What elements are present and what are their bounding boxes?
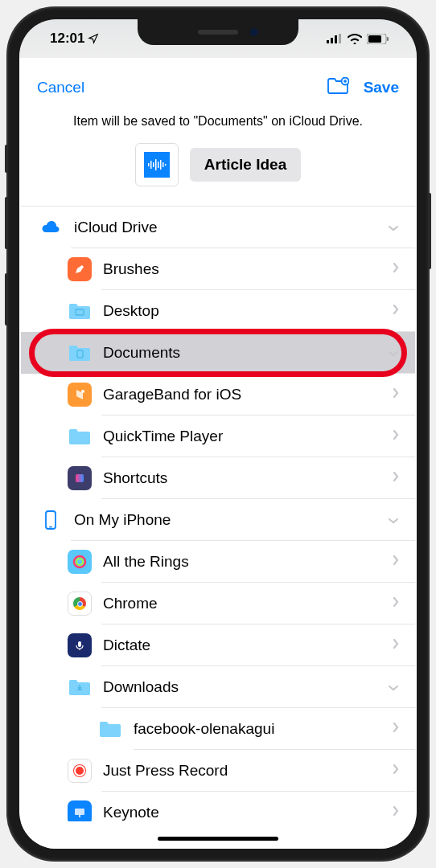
folder-label: Downloads bbox=[103, 678, 388, 696]
new-folder-button[interactable] bbox=[327, 77, 349, 98]
svg-rect-12 bbox=[158, 162, 159, 168]
svg-rect-9 bbox=[150, 161, 152, 169]
svg-rect-10 bbox=[153, 162, 154, 167]
folder-row-dictate[interactable]: Dictate bbox=[21, 624, 415, 666]
chevron-right-icon bbox=[393, 722, 399, 736]
chevron-down-icon bbox=[388, 680, 399, 694]
location-row-icloud-drive[interactable]: iCloud Drive bbox=[21, 207, 415, 248]
cancel-button[interactable]: Cancel bbox=[37, 79, 84, 96]
folder-icon bbox=[68, 800, 92, 821]
chevron-right-icon bbox=[393, 471, 399, 485]
svg-rect-25 bbox=[75, 809, 84, 815]
save-modal: Cancel Save Item will be saved to "Docum… bbox=[21, 64, 415, 849]
svg-rect-13 bbox=[160, 160, 162, 170]
cloud-icon bbox=[39, 215, 63, 240]
chevron-right-icon bbox=[393, 429, 399, 444]
chevron-right-icon bbox=[393, 262, 399, 276]
folder-label: Chrome bbox=[103, 595, 393, 612]
svg-rect-24 bbox=[78, 641, 81, 647]
folder-row-keynote[interactable]: Keynote bbox=[21, 792, 415, 821]
folder-label: QuickTime Player bbox=[103, 428, 393, 445]
folder-icon bbox=[68, 341, 92, 365]
chevron-right-icon bbox=[393, 764, 399, 778]
chevron-right-icon bbox=[393, 555, 399, 569]
notch bbox=[138, 19, 298, 45]
folder-icon bbox=[68, 675, 92, 699]
folder-label: Documents bbox=[103, 344, 388, 362]
screen: 12:01 bbox=[19, 19, 417, 849]
folder-label: Shortcuts bbox=[103, 469, 393, 487]
folder-label: Dictate bbox=[103, 637, 393, 654]
svg-rect-0 bbox=[327, 40, 329, 43]
folder-icon bbox=[68, 592, 92, 616]
folder-icon bbox=[68, 424, 92, 448]
svg-rect-14 bbox=[162, 162, 164, 167]
file-list[interactable]: iCloud Drive Brushes Desktop Documents G… bbox=[21, 206, 415, 821]
folder-icon bbox=[68, 299, 92, 323]
folder-icon bbox=[68, 759, 92, 783]
svg-point-23 bbox=[76, 559, 83, 565]
svg-rect-5 bbox=[368, 35, 381, 43]
folder-icon bbox=[68, 466, 92, 490]
folder-label: All the Rings bbox=[103, 553, 393, 571]
chevron-right-icon bbox=[393, 596, 399, 611]
status-time: 12:01 bbox=[50, 31, 84, 47]
chevron-down-icon bbox=[388, 346, 399, 360]
svg-rect-11 bbox=[155, 159, 157, 170]
folder-row-garageband-for-ios[interactable]: GarageBand for iOS bbox=[21, 374, 415, 416]
folder-icon bbox=[68, 550, 92, 574]
chevron-right-icon bbox=[393, 387, 399, 402]
folder-icon bbox=[68, 633, 92, 657]
folder-row-brushes[interactable]: Brushes bbox=[21, 248, 415, 290]
location-label: iCloud Drive bbox=[74, 219, 388, 236]
svg-rect-15 bbox=[165, 164, 167, 166]
svg-rect-19 bbox=[76, 474, 84, 482]
svg-rect-3 bbox=[339, 34, 341, 43]
svg-rect-8 bbox=[148, 163, 150, 166]
battery-icon bbox=[367, 34, 389, 44]
svg-rect-26 bbox=[79, 815, 80, 817]
svg-rect-2 bbox=[335, 35, 337, 43]
nav-bar: Cancel Save bbox=[21, 64, 415, 108]
folder-row-desktop[interactable]: Desktop bbox=[21, 290, 415, 332]
folder-icon bbox=[98, 717, 122, 741]
file-name-field[interactable]: Article Idea bbox=[190, 148, 301, 182]
svg-rect-6 bbox=[387, 37, 389, 41]
location-label: On My iPhone bbox=[74, 511, 388, 529]
save-button[interactable]: Save bbox=[364, 79, 399, 96]
svg-point-18 bbox=[81, 390, 84, 393]
chevron-right-icon bbox=[393, 304, 399, 318]
folder-label: Desktop bbox=[103, 302, 393, 320]
save-destination-info: Item will be saved to "Documents" on iCl… bbox=[21, 108, 415, 143]
folder-row-chrome[interactable]: Chrome bbox=[21, 583, 415, 624]
folder-row-just-press-record[interactable]: Just Press Record bbox=[21, 750, 415, 792]
svg-rect-21 bbox=[49, 526, 52, 528]
audio-waveform-icon bbox=[144, 152, 170, 178]
svg-rect-1 bbox=[331, 38, 333, 43]
wifi-icon bbox=[348, 34, 362, 44]
svg-rect-20 bbox=[46, 511, 56, 529]
cellular-signal-icon bbox=[327, 34, 343, 43]
folder-row-downloads[interactable]: Downloads bbox=[21, 666, 415, 708]
chevron-down-icon bbox=[388, 513, 399, 527]
folder-row-facebook-olenakagui[interactable]: facebook-olenakagui bbox=[21, 708, 415, 750]
folder-label: GarageBand for iOS bbox=[103, 386, 393, 403]
folder-label: facebook-olenakagui bbox=[134, 720, 393, 738]
folder-row-all-the-rings[interactable]: All the Rings bbox=[21, 541, 415, 583]
home-indicator[interactable] bbox=[158, 837, 278, 841]
location-row-on-my-iphone[interactable]: On My iPhone bbox=[21, 499, 415, 541]
chevron-down-icon bbox=[388, 220, 399, 235]
folder-row-quicktime-player[interactable]: QuickTime Player bbox=[21, 416, 415, 457]
folder-row-shortcuts[interactable]: Shortcuts bbox=[21, 457, 415, 499]
file-thumbnail bbox=[135, 143, 179, 186]
location-arrow-icon bbox=[88, 33, 99, 44]
folder-icon bbox=[68, 257, 92, 281]
folder-label: Keynote bbox=[103, 804, 393, 821]
phone-frame: 12:01 bbox=[8, 8, 428, 860]
file-preview: Article Idea bbox=[21, 143, 415, 206]
folder-label: Just Press Record bbox=[103, 762, 393, 780]
folder-row-documents[interactable]: Documents bbox=[21, 332, 415, 374]
phone-icon bbox=[39, 508, 63, 532]
folder-icon bbox=[68, 383, 92, 407]
chevron-right-icon bbox=[393, 805, 399, 820]
